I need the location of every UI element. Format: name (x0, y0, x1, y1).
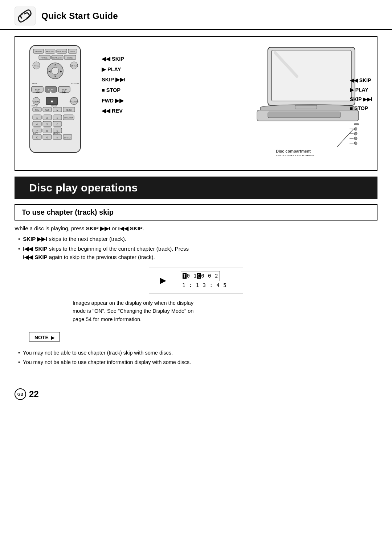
svg-text:VIRTUAL: VIRTUAL (42, 57, 48, 59)
display-readout: T0 1C0 0 2 1 : 1 3 : 4 5 (181, 271, 227, 290)
diagram-section: OPERATE BACKLIGHT VIEW MODE VIDEO VIRTUA… (15, 36, 377, 171)
right-skip-back-label: ◀◀ SKIP (350, 76, 372, 85)
svg-text:VIEW MODE: VIEW MODE (57, 51, 66, 53)
svg-text:▶: ▶ (57, 109, 58, 111)
subsection-title: To use chapter (track) skip (15, 204, 377, 221)
svg-text:1: 1 (36, 116, 38, 120)
skip-fwd-label: SKIP ▶▶I (102, 75, 239, 84)
right-skip-fwd-label: SKIP ▶▶I (350, 95, 372, 104)
laptop-svg-image: Disc compartment cover release button (239, 44, 362, 156)
svg-text:▶▶: ▶▶ (62, 91, 66, 93)
svg-text:▶: ▶ (50, 90, 52, 94)
display-top-row: T0 1C0 0 2 (181, 271, 220, 281)
display-box: ▶ T0 1C0 0 2 1 : 1 3 : 4 5 (149, 267, 243, 294)
svg-point-21 (52, 67, 59, 74)
svg-text:SLOW: SLOW (66, 109, 72, 111)
note-bullets-area: You may not be able to use chapter (trac… (0, 347, 392, 367)
svg-text:8: 8 (46, 129, 48, 133)
svg-text:VIDEO: VIDEO (70, 51, 75, 53)
svg-rect-88 (295, 105, 317, 109)
svg-point-93 (354, 142, 357, 145)
svg-text:3: 3 (57, 116, 58, 120)
svg-text:cover release button: cover release button (275, 154, 315, 156)
svg-text:M: M (57, 137, 58, 139)
gb-badge: GB (15, 388, 26, 400)
highlight-T: T (183, 273, 187, 279)
display-bottom-row: 1 : 1 3 : 4 5 (181, 281, 227, 290)
brand-logo-icon (15, 7, 36, 25)
svg-text:BACKLIGHT: BACKLIGHT (46, 51, 54, 53)
bullet-1: SKIP ▶▶I skips to the next chapter (trac… (15, 235, 377, 243)
svg-text:FWD: FWD (45, 109, 50, 111)
svg-text:DIGITAL MODE: DIGITAL MODE (52, 57, 63, 59)
svg-text:RESUME: RESUME (33, 101, 40, 103)
fwd-label: FWD ▶▶ (102, 96, 239, 105)
rev-label: ◀◀ REV (102, 106, 239, 116)
svg-text:MEMORY: MEMORY (53, 132, 60, 134)
svg-text:CLEAR: CLEAR (33, 132, 38, 134)
svg-text:TITLE: TITLE (34, 65, 39, 67)
svg-text:2: 2 (46, 116, 48, 120)
svg-rect-87 (268, 112, 340, 118)
svg-text:STILL/PAUSE: STILL/PAUSE (69, 101, 78, 103)
svg-text:←REPEAT: ←REPEAT (50, 105, 57, 107)
svg-point-92 (354, 137, 357, 140)
svg-text:▶: ▶ (60, 70, 62, 73)
right-stop-label: ■ STOP (350, 104, 372, 113)
svg-text:PROGRAM: PROGRAM (64, 117, 73, 119)
note-bullet-1: You may not be able to use chapter (trac… (15, 349, 377, 357)
page-number: 22 (29, 389, 39, 399)
body-text-area: While a disc is playing, press SKIP ▶▶I … (0, 224, 392, 261)
svg-point-91 (354, 132, 357, 135)
svg-text:C: C (36, 136, 38, 139)
play-icon: ▶ (160, 276, 166, 285)
svg-text:DISPLAY: DISPLAY (32, 105, 38, 107)
intro-paragraph: While a disc is playing, press SKIP ▶▶I … (15, 224, 377, 232)
right-play-label: ▶ PLAY (350, 86, 372, 94)
svg-text:5: 5 (46, 123, 48, 126)
page-header: Quick Start Guide (0, 0, 392, 30)
svg-rect-89 (354, 124, 359, 125)
svg-text:Disc compartment: Disc compartment (276, 149, 311, 153)
laptop-diagram: Disc compartment cover release button ◀◀… (239, 44, 369, 157)
right-diagram-labels: ◀◀ SKIP ▶ PLAY SKIP ▶▶I ■ STOP (350, 76, 372, 113)
svg-text:OPERATE: OPERATE (35, 51, 42, 53)
caption-area: Images appear on the display only when t… (0, 299, 392, 328)
highlight-C: C (197, 273, 201, 279)
display-image-area: ▶ T0 1C0 0 2 1 : 1 3 : 4 5 (15, 267, 377, 294)
page-footer: GB 22 (0, 388, 392, 411)
svg-text:▲: ▲ (54, 63, 57, 66)
skip-back-label: ◀◀ SKIP (102, 54, 239, 64)
svg-text:6: 6 (57, 123, 58, 126)
left-diagram-labels: ◀◀ SKIP ▶ PLAY SKIP ▶▶I ■ STOP FWD ▶▶ ◀◀… (99, 44, 239, 116)
note-bullet-2: You may not be able to use chapter infor… (15, 358, 377, 367)
remote-svg-image: OPERATE BACKLIGHT VIEW MODE VIDEO VIRTUA… (23, 44, 91, 156)
svg-line-94 (337, 129, 354, 147)
svg-text:DIGITAL: DIGITAL (67, 57, 73, 59)
svg-text:MENU: MENU (32, 82, 38, 85)
svg-text:▼: ▼ (54, 75, 57, 78)
play-label: ▶ PLAY (102, 65, 239, 74)
svg-rect-0 (15, 7, 35, 25)
bullet-2: I◀◀ SKIP skips to the beginning of the c… (15, 244, 377, 262)
remote-control-diagram: OPERATE BACKLIGHT VIEW MODE VIDEO VIRTUA… (23, 44, 99, 157)
note-label: NOTE (34, 335, 49, 340)
svg-point-90 (354, 128, 357, 130)
svg-text:RETURN: RETURN (71, 82, 79, 85)
svg-text:DIRECT: DIRECT (64, 137, 71, 139)
svg-text:0: 0 (46, 136, 48, 139)
svg-text:◀◀: ◀◀ (36, 91, 40, 93)
svg-text:ENTER: ENTER (71, 65, 77, 67)
svg-text:■: ■ (51, 99, 53, 103)
page-title: Quick Start Guide (41, 11, 118, 21)
section-title: Disc play operations (15, 177, 377, 199)
note-box: NOTE ▶ (29, 332, 60, 341)
svg-rect-84 (271, 50, 351, 101)
svg-text:◀: ◀ (48, 70, 51, 73)
svg-text:REV: REV (35, 109, 39, 111)
svg-text:4: 4 (36, 123, 38, 126)
stop-label: ■ STOP (102, 86, 239, 95)
note-arrow-icon: ▶ (51, 335, 54, 340)
